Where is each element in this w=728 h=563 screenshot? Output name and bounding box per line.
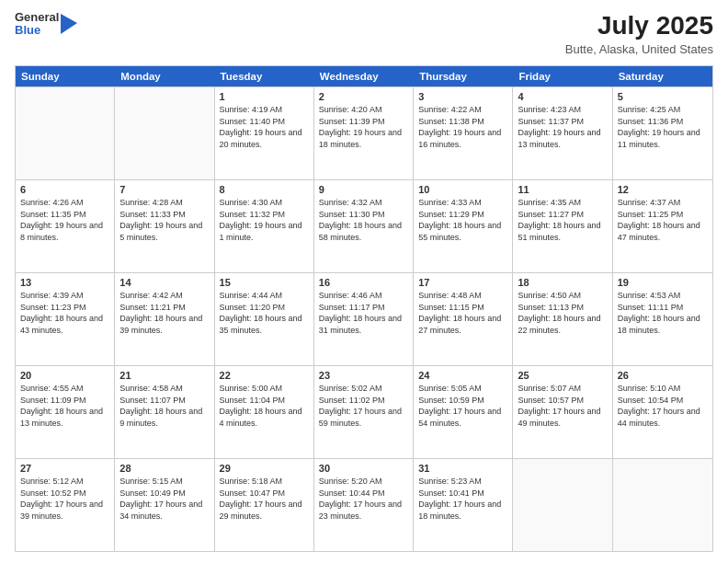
day-number: 10 <box>418 184 507 195</box>
cell-w3-d3: 15Sunrise: 4:44 AMSunset: 11:20 PMDaylig… <box>215 273 314 365</box>
cell-w3-d2: 14Sunrise: 4:42 AMSunset: 11:21 PMDaylig… <box>115 273 214 365</box>
day-info: Sunrise: 4:26 AMSunset: 11:35 PMDaylight… <box>20 197 109 243</box>
cell-w1-d4: 2Sunrise: 4:20 AMSunset: 11:39 PMDayligh… <box>314 87 414 179</box>
day-info: Sunrise: 5:18 AMSunset: 10:47 PMDaylight… <box>220 476 309 522</box>
day-info: Sunrise: 4:53 AMSunset: 11:11 PMDaylight… <box>618 290 708 336</box>
day-number: 9 <box>319 184 408 195</box>
day-number: 31 <box>418 463 507 474</box>
col-thursday: Thursday <box>414 66 513 86</box>
calendar: Sunday Monday Tuesday Wednesday Thursday… <box>15 65 713 552</box>
cell-w4-d3: 22Sunrise: 5:00 AMSunset: 11:04 PMDaylig… <box>215 366 314 458</box>
day-number: 20 <box>20 370 109 381</box>
week-5: 27Sunrise: 5:12 AMSunset: 10:52 PMDaylig… <box>16 458 712 551</box>
col-sunday: Sunday <box>16 66 115 86</box>
day-info: Sunrise: 4:44 AMSunset: 11:20 PMDaylight… <box>220 290 309 336</box>
cell-w1-d5: 3Sunrise: 4:22 AMSunset: 11:38 PMDayligh… <box>414 87 513 179</box>
page: General Blue July 2025 Butte, Alaska, Un… <box>0 0 728 563</box>
week-1: 1Sunrise: 4:19 AMSunset: 11:40 PMDayligh… <box>16 86 712 179</box>
day-info: Sunrise: 5:12 AMSunset: 10:52 PMDaylight… <box>20 476 109 522</box>
day-number: 17 <box>418 277 507 288</box>
day-info: Sunrise: 4:58 AMSunset: 11:07 PMDaylight… <box>119 383 209 429</box>
day-info: Sunrise: 4:28 AMSunset: 11:33 PMDaylight… <box>119 197 209 243</box>
day-number: 3 <box>418 91 507 102</box>
day-info: Sunrise: 5:23 AMSunset: 10:41 PMDaylight… <box>418 476 507 522</box>
cell-w5-d4: 30Sunrise: 5:20 AMSunset: 10:44 PMDaylig… <box>314 459 414 551</box>
logo-icon <box>61 14 77 34</box>
day-info: Sunrise: 4:25 AMSunset: 11:36 PMDaylight… <box>618 104 708 150</box>
day-number: 1 <box>220 91 309 102</box>
cell-w5-d5: 31Sunrise: 5:23 AMSunset: 10:41 PMDaylig… <box>414 459 513 551</box>
cell-w1-d3: 1Sunrise: 4:19 AMSunset: 11:40 PMDayligh… <box>215 87 314 179</box>
day-info: Sunrise: 5:20 AMSunset: 10:44 PMDaylight… <box>319 476 408 522</box>
day-info: Sunrise: 4:30 AMSunset: 11:32 PMDaylight… <box>220 197 309 243</box>
cell-w4-d4: 23Sunrise: 5:02 AMSunset: 11:02 PMDaylig… <box>314 366 414 458</box>
day-number: 26 <box>618 370 708 381</box>
day-number: 11 <box>518 184 607 195</box>
calendar-header: Sunday Monday Tuesday Wednesday Thursday… <box>16 66 712 86</box>
day-number: 19 <box>618 277 708 288</box>
day-info: Sunrise: 5:15 AMSunset: 10:49 PMDaylight… <box>119 476 209 522</box>
day-info: Sunrise: 5:10 AMSunset: 10:54 PMDaylight… <box>618 383 708 429</box>
day-number: 13 <box>20 277 109 288</box>
day-number: 6 <box>20 184 109 195</box>
day-number: 27 <box>20 463 109 474</box>
header: General Blue July 2025 Butte, Alaska, Un… <box>15 11 713 56</box>
cell-w3-d6: 18Sunrise: 4:50 AMSunset: 11:13 PMDaylig… <box>513 273 612 365</box>
day-info: Sunrise: 5:05 AMSunset: 10:59 PMDaylight… <box>418 383 507 429</box>
cell-w4-d7: 26Sunrise: 5:10 AMSunset: 10:54 PMDaylig… <box>613 366 712 458</box>
cell-w1-d6: 4Sunrise: 4:23 AMSunset: 11:37 PMDayligh… <box>513 87 612 179</box>
logo-text: General Blue <box>15 11 59 38</box>
cell-w2-d2: 7Sunrise: 4:28 AMSunset: 11:33 PMDayligh… <box>115 180 214 272</box>
day-info: Sunrise: 5:07 AMSunset: 10:57 PMDaylight… <box>518 383 607 429</box>
day-info: Sunrise: 4:55 AMSunset: 11:09 PMDaylight… <box>20 383 109 429</box>
day-info: Sunrise: 4:22 AMSunset: 11:38 PMDaylight… <box>418 104 507 150</box>
cell-w5-d3: 29Sunrise: 5:18 AMSunset: 10:47 PMDaylig… <box>215 459 314 551</box>
day-info: Sunrise: 4:50 AMSunset: 11:13 PMDaylight… <box>518 290 607 336</box>
day-number: 22 <box>220 370 309 381</box>
day-number: 5 <box>618 91 708 102</box>
day-number: 8 <box>220 184 309 195</box>
week-2: 6Sunrise: 4:26 AMSunset: 11:35 PMDayligh… <box>16 179 712 272</box>
week-4: 20Sunrise: 4:55 AMSunset: 11:09 PMDaylig… <box>16 365 712 458</box>
cell-w4-d6: 25Sunrise: 5:07 AMSunset: 10:57 PMDaylig… <box>513 366 612 458</box>
cell-w4-d2: 21Sunrise: 4:58 AMSunset: 11:07 PMDaylig… <box>115 366 214 458</box>
week-3: 13Sunrise: 4:39 AMSunset: 11:23 PMDaylig… <box>16 272 712 365</box>
day-number: 24 <box>418 370 507 381</box>
cell-w5-d6 <box>513 459 612 551</box>
day-number: 30 <box>319 463 408 474</box>
cell-w2-d4: 9Sunrise: 4:32 AMSunset: 11:30 PMDayligh… <box>314 180 414 272</box>
day-info: Sunrise: 4:23 AMSunset: 11:37 PMDaylight… <box>518 104 607 150</box>
col-tuesday: Tuesday <box>215 66 314 86</box>
col-friday: Friday <box>513 66 612 86</box>
day-number: 25 <box>518 370 607 381</box>
day-info: Sunrise: 4:48 AMSunset: 11:15 PMDaylight… <box>418 290 507 336</box>
cell-w2-d5: 10Sunrise: 4:33 AMSunset: 11:29 PMDaylig… <box>414 180 513 272</box>
logo: General Blue <box>15 11 77 38</box>
day-info: Sunrise: 4:46 AMSunset: 11:17 PMDaylight… <box>319 290 408 336</box>
cell-w5-d7 <box>613 459 712 551</box>
day-number: 4 <box>518 91 607 102</box>
page-title: July 2025 <box>565 11 713 40</box>
cell-w4-d5: 24Sunrise: 5:05 AMSunset: 10:59 PMDaylig… <box>414 366 513 458</box>
cell-w1-d7: 5Sunrise: 4:25 AMSunset: 11:36 PMDayligh… <box>613 87 712 179</box>
day-info: Sunrise: 4:33 AMSunset: 11:29 PMDaylight… <box>418 197 507 243</box>
day-info: Sunrise: 4:20 AMSunset: 11:39 PMDaylight… <box>319 104 408 150</box>
cell-w3-d5: 17Sunrise: 4:48 AMSunset: 11:15 PMDaylig… <box>414 273 513 365</box>
day-number: 12 <box>618 184 708 195</box>
logo-general: General <box>15 11 59 24</box>
day-number: 28 <box>119 463 209 474</box>
day-number: 21 <box>119 370 209 381</box>
day-info: Sunrise: 4:37 AMSunset: 11:25 PMDaylight… <box>618 197 708 243</box>
svg-marker-0 <box>61 14 77 34</box>
day-info: Sunrise: 4:39 AMSunset: 11:23 PMDaylight… <box>20 290 109 336</box>
day-number: 2 <box>319 91 408 102</box>
day-number: 16 <box>319 277 408 288</box>
page-subtitle: Butte, Alaska, United States <box>565 42 713 56</box>
logo-blue: Blue <box>15 24 59 37</box>
day-number: 15 <box>220 277 309 288</box>
day-info: Sunrise: 4:35 AMSunset: 11:27 PMDaylight… <box>518 197 607 243</box>
cell-w1-d1 <box>16 87 115 179</box>
cell-w4-d1: 20Sunrise: 4:55 AMSunset: 11:09 PMDaylig… <box>16 366 115 458</box>
day-number: 7 <box>119 184 209 195</box>
cell-w2-d3: 8Sunrise: 4:30 AMSunset: 11:32 PMDayligh… <box>215 180 314 272</box>
